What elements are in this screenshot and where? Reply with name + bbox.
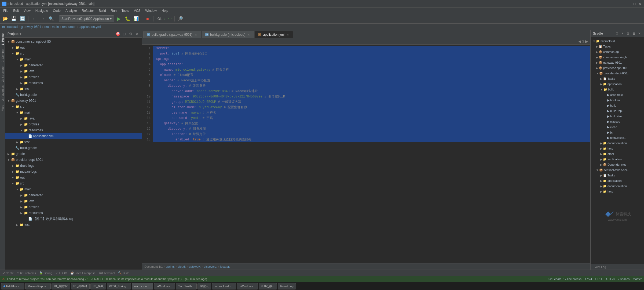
status-indent[interactable]: 2 spaces — [618, 277, 630, 281]
line-selector-next[interactable]: ▶ — [585, 39, 588, 44]
gradle-close-btn[interactable]: ✕ — [637, 31, 642, 36]
tree-item-build-gradle-2[interactable]: ▶ 🔧 build.gradle — [5, 145, 142, 151]
tree-item-provider-dept-8001[interactable]: ▼ 📦 provider-dept-8001 — [5, 157, 142, 163]
panel-close-btn[interactable]: ✕ — [134, 31, 140, 37]
line-selector-prev[interactable]: ◀ — [578, 39, 581, 44]
gradle-item-documentation-2[interactable]: ▶ 📁 documentation — [591, 183, 644, 189]
taskbar-event-log[interactable]: Event Log — [278, 283, 296, 289]
toolbar-forward-btn[interactable]: → — [39, 15, 46, 23]
breadcrumb-file[interactable]: application.yml — [79, 25, 101, 29]
tree-item-out-2[interactable]: ▼ 📁 out — [5, 175, 142, 180]
tree-item-main-1[interactable]: ▼ 📁 main — [5, 56, 142, 62]
tab-close-icon[interactable]: × — [247, 33, 251, 37]
locate-in-tree-btn[interactable]: 🎯 — [115, 31, 120, 37]
gradle-item-gateway-9501[interactable]: ▶ 📦 gateway-9501 — [591, 60, 644, 65]
panel-settings-btn[interactable]: ⚙ — [128, 31, 133, 37]
breadcrumb-microcloud[interactable]: microcloud — [2, 25, 18, 29]
gradle-item-build-task[interactable]: ▶ ▶ build — [591, 103, 644, 108]
menu-window[interactable]: Window — [143, 8, 159, 13]
gradle-item-build-folder[interactable]: ▼ 📁 build — [591, 87, 644, 92]
tree-item-consumer-springboot-80[interactable]: ▼ 📦 consumer-springboot-80 — [5, 39, 142, 45]
tree-item-test-3[interactable]: ▶ 📁 test — [5, 222, 142, 228]
toolbar-save-btn[interactable]: 💾 — [10, 15, 18, 23]
tree-item-src-3[interactable]: ▼ 📁 src — [5, 180, 142, 186]
gradle-item-verification[interactable]: ▶ 📁 verification — [591, 157, 644, 162]
close-button[interactable]: ✕ — [638, 2, 642, 6]
taskbar-xuetang[interactable]: 学堂云 — [197, 283, 211, 289]
gradle-item-common-api[interactable]: ▶ 📦 common-api — [591, 49, 644, 55]
taskbar-windows-1[interactable]: xWindows... — [154, 283, 175, 289]
taskbar-video[interactable]: 02_视频 — [90, 283, 106, 289]
gradle-item-application[interactable]: ▶ 📁 application — [591, 81, 644, 87]
search-everywhere-btn[interactable]: 🔎 — [177, 15, 184, 23]
breadcrumb-main[interactable]: main — [52, 25, 59, 29]
tree-item-test-2[interactable]: ▶ 📁 test — [5, 139, 142, 145]
gradle-item-help[interactable]: ▶ 📁 help — [591, 146, 644, 151]
terminal-tool-btn[interactable]: ⌨ Terminal — [99, 271, 115, 275]
gradle-item-consumer-springb[interactable]: ▶ 📦 consumer-springb... — [591, 55, 644, 60]
todo-tool-btn[interactable]: ✓ TODO — [56, 271, 67, 275]
run-config-dropdown[interactable]: StartProviderDept800 Application ▾ — [59, 15, 114, 22]
file-tree[interactable]: ▼ 📦 consumer-springboot-80 ▶ 📁 out ▼ 📁 s… — [5, 38, 142, 270]
taskbar-material-2[interactable]: 01_副教材 — [71, 283, 90, 289]
tree-item-generated-1[interactable]: ▶ 📁 generated — [5, 62, 142, 68]
stop-button[interactable]: ■ — [144, 15, 151, 23]
taskbar-techsmith[interactable]: TechSmith... — [176, 283, 197, 289]
sidebar-tab-project[interactable]: 1: Project — [1, 31, 5, 47]
tab-close-icon[interactable]: × — [194, 33, 198, 37]
sidebar-tab-commit[interactable]: 0: Commit — [1, 47, 5, 64]
gradle-item-clean[interactable]: ▶ ▶ clean — [591, 124, 644, 130]
editor-tab-build-gradle-microcloud[interactable]: G build.gradle (microcloud) × — [202, 31, 254, 38]
menu-help[interactable]: Help — [159, 8, 170, 13]
gradle-item-provider-dept-800-1[interactable]: ▶ 📦 provider-dept-800 — [591, 65, 644, 71]
tree-item-profiles-3[interactable]: ▶ 📁 profiles — [5, 204, 142, 210]
gradle-item-microcloud[interactable]: ▼ 📁 microcloud — [591, 38, 644, 44]
gradle-refresh-btn[interactable]: + — [620, 31, 625, 36]
toolbar-open-btn[interactable]: 📂 — [2, 15, 9, 23]
gradle-item-sentinel-token[interactable]: ▼ 📦 sentinel-token-ser... — [591, 167, 644, 173]
gradle-item-classes[interactable]: ▶ ▶ classes — [591, 119, 644, 124]
status-position[interactable]: 17:24 — [585, 277, 592, 281]
status-encoding[interactable]: UTF-8 — [606, 277, 614, 281]
tree-item-java-2[interactable]: ▶ 📁 java — [5, 115, 142, 121]
gradle-item-buildnee[interactable]: ▶ ▶ buildNee... — [591, 114, 644, 119]
tree-item-druid-logs[interactable]: ▶ 📁 druid-logs — [5, 163, 142, 169]
minimize-button[interactable]: — — [627, 2, 631, 6]
tree-item-muyan-logs[interactable]: ▶ 📁 muyan-logs — [5, 169, 142, 175]
coverage-button[interactable]: 📊 — [132, 15, 140, 23]
tree-item-test-1[interactable]: ▶ 📁 test — [5, 86, 142, 92]
gradle-collapse-btn[interactable]: ☰ — [631, 31, 636, 36]
taskbar-windows-2[interactable]: xWindows... — [237, 283, 258, 289]
menu-view[interactable]: View — [21, 8, 33, 13]
menu-code[interactable]: Code — [51, 8, 63, 13]
tree-item-gradle[interactable]: ▶ 📁 gradle — [5, 151, 142, 157]
code-area[interactable]: server: port: 9501 # 网关服务的端口 spring: app… — [153, 45, 590, 263]
event-log-btn[interactable]: Event Log — [591, 264, 644, 270]
collapse-all-btn[interactable]: ⊟ — [122, 31, 127, 37]
problems-tool-btn[interactable]: ⚠ 6: Problems — [17, 271, 36, 275]
tree-item-application-yml[interactable]: ▶ 📄 application.yml — [5, 133, 142, 139]
status-line-ending[interactable]: CRLF — [595, 277, 603, 281]
tree-item-main-2[interactable]: ▼ 📁 main — [5, 110, 142, 115]
tree-item-main-3[interactable]: ▼ 📁 main — [5, 186, 142, 192]
tree-item-generated-2[interactable]: ▶ 📁 generated — [5, 192, 142, 198]
taskbar-material-1[interactable]: 01_副教材 — [52, 283, 70, 289]
status-branch[interactable]: master — [633, 277, 642, 281]
editor-tab-application-yml[interactable]: Y application.yml × — [255, 31, 293, 38]
menu-file[interactable]: File — [1, 8, 10, 13]
menu-tools[interactable]: Tools — [119, 8, 131, 13]
taskbar-microcloud-active[interactable]: microcloud... — [132, 283, 153, 289]
tree-item-profiles-2[interactable]: ▶ 📁 profiles — [5, 121, 142, 127]
gradle-item-tasks-1[interactable]: ▶ 📋 Tasks — [591, 44, 644, 49]
tree-item-java-3[interactable]: ▶ 📁 java — [5, 198, 142, 204]
breadcrumb-resources[interactable]: resources — [62, 25, 76, 29]
toolbar-sync-btn[interactable]: 🔄 — [19, 15, 26, 23]
menu-analyze[interactable]: Analyze — [63, 8, 79, 13]
gradle-item-other[interactable]: ▶ 📁 other — [591, 151, 644, 157]
taskbar-microcloud-2[interactable]: microcloud - ... — [212, 283, 236, 289]
tree-item-src-1[interactable]: ▼ 📁 src — [5, 50, 142, 56]
gradle-expand-btn[interactable]: ⊞ — [626, 31, 631, 36]
build-tool-btn[interactable]: 🔨 Build — [118, 271, 129, 275]
run-button[interactable]: ▶ — [115, 15, 123, 23]
gradle-item-jar[interactable]: ▶ ▶ jar — [591, 130, 644, 135]
